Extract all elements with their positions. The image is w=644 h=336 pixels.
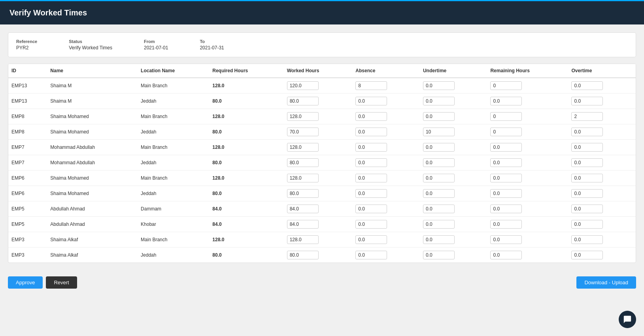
cell-remaining[interactable]	[487, 186, 568, 201]
cell-worked-input[interactable]	[287, 220, 319, 229]
cell-overtime-input[interactable]	[571, 235, 603, 244]
cell-overtime[interactable]	[568, 94, 636, 109]
approve-button[interactable]: Approve	[8, 276, 43, 289]
cell-worked-input[interactable]	[287, 143, 319, 152]
cell-overtime-input[interactable]	[571, 128, 603, 136]
cell-worked[interactable]	[284, 248, 353, 263]
cell-remaining-input[interactable]	[490, 205, 522, 213]
cell-undertime[interactable]	[420, 248, 487, 263]
revert-button[interactable]: Revert	[46, 276, 77, 289]
cell-remaining[interactable]	[487, 232, 568, 248]
cell-remaining[interactable]	[487, 78, 568, 94]
cell-overtime-input[interactable]	[571, 189, 603, 198]
cell-undertime[interactable]	[420, 186, 487, 201]
cell-absence[interactable]	[352, 94, 420, 109]
cell-absence[interactable]	[352, 201, 420, 217]
cell-overtime[interactable]	[568, 232, 636, 248]
cell-remaining-input[interactable]	[490, 189, 522, 198]
cell-remaining[interactable]	[487, 217, 568, 232]
cell-absence-input[interactable]	[355, 174, 387, 182]
cell-undertime[interactable]	[420, 94, 487, 109]
cell-remaining-input[interactable]	[490, 220, 522, 229]
cell-overtime[interactable]	[568, 140, 636, 155]
cell-overtime[interactable]	[568, 201, 636, 217]
cell-remaining[interactable]	[487, 155, 568, 171]
cell-absence[interactable]	[352, 248, 420, 263]
cell-overtime-input[interactable]	[571, 220, 603, 229]
cell-overtime[interactable]	[568, 109, 636, 124]
cell-remaining-input[interactable]	[490, 112, 522, 121]
cell-remaining-input[interactable]	[490, 174, 522, 182]
download-upload-button[interactable]: Download - Upload	[576, 276, 636, 289]
cell-remaining[interactable]	[487, 109, 568, 124]
cell-overtime-input[interactable]	[571, 158, 603, 167]
cell-overtime[interactable]	[568, 248, 636, 263]
cell-absence-input[interactable]	[355, 143, 387, 152]
cell-absence[interactable]	[352, 140, 420, 155]
cell-worked-input[interactable]	[287, 235, 319, 244]
cell-worked-input[interactable]	[287, 205, 319, 213]
cell-remaining-input[interactable]	[490, 128, 522, 136]
cell-overtime-input[interactable]	[571, 112, 603, 121]
cell-overtime-input[interactable]	[571, 97, 603, 105]
cell-overtime-input[interactable]	[571, 174, 603, 182]
cell-absence-input[interactable]	[355, 220, 387, 229]
cell-absence-input[interactable]	[355, 128, 387, 136]
cell-worked-input[interactable]	[287, 174, 319, 182]
cell-overtime-input[interactable]	[571, 81, 603, 90]
cell-undertime-input[interactable]	[423, 251, 455, 259]
cell-worked[interactable]	[284, 201, 353, 217]
cell-absence[interactable]	[352, 78, 420, 94]
cell-worked-input[interactable]	[287, 97, 319, 105]
cell-worked-input[interactable]	[287, 128, 319, 136]
cell-undertime-input[interactable]	[423, 81, 455, 90]
cell-remaining[interactable]	[487, 248, 568, 263]
cell-absence[interactable]	[352, 186, 420, 201]
cell-overtime[interactable]	[568, 124, 636, 140]
cell-undertime-input[interactable]	[423, 220, 455, 229]
cell-undertime[interactable]	[420, 217, 487, 232]
cell-worked-input[interactable]	[287, 189, 319, 198]
cell-absence[interactable]	[352, 171, 420, 186]
cell-worked[interactable]	[284, 232, 353, 248]
cell-undertime-input[interactable]	[423, 205, 455, 213]
cell-overtime-input[interactable]	[571, 143, 603, 152]
cell-undertime-input[interactable]	[423, 174, 455, 182]
cell-undertime[interactable]	[420, 201, 487, 217]
cell-undertime-input[interactable]	[423, 143, 455, 152]
cell-remaining-input[interactable]	[490, 158, 522, 167]
cell-undertime-input[interactable]	[423, 97, 455, 105]
cell-remaining[interactable]	[487, 94, 568, 109]
cell-absence[interactable]	[352, 109, 420, 124]
cell-worked[interactable]	[284, 78, 353, 94]
cell-absence[interactable]	[352, 124, 420, 140]
cell-worked[interactable]	[284, 109, 353, 124]
cell-absence-input[interactable]	[355, 251, 387, 259]
cell-overtime[interactable]	[568, 155, 636, 171]
cell-undertime[interactable]	[420, 155, 487, 171]
cell-worked-input[interactable]	[287, 158, 319, 167]
cell-undertime[interactable]	[420, 78, 487, 94]
cell-remaining[interactable]	[487, 201, 568, 217]
cell-absence-input[interactable]	[355, 205, 387, 213]
cell-worked-input[interactable]	[287, 81, 319, 90]
cell-remaining-input[interactable]	[490, 97, 522, 105]
cell-overtime[interactable]	[568, 78, 636, 94]
cell-absence-input[interactable]	[355, 235, 387, 244]
cell-remaining-input[interactable]	[490, 143, 522, 152]
cell-absence[interactable]	[352, 232, 420, 248]
cell-remaining[interactable]	[487, 140, 568, 155]
cell-undertime[interactable]	[420, 232, 487, 248]
cell-worked[interactable]	[284, 140, 353, 155]
cell-worked-input[interactable]	[287, 112, 319, 121]
cell-worked[interactable]	[284, 124, 353, 140]
cell-absence-input[interactable]	[355, 158, 387, 167]
cell-overtime[interactable]	[568, 217, 636, 232]
cell-overtime-input[interactable]	[571, 251, 603, 259]
cell-remaining-input[interactable]	[490, 81, 522, 90]
cell-worked[interactable]	[284, 186, 353, 201]
cell-worked-input[interactable]	[287, 251, 319, 259]
cell-absence-input[interactable]	[355, 97, 387, 105]
cell-worked[interactable]	[284, 155, 353, 171]
cell-worked[interactable]	[284, 94, 353, 109]
